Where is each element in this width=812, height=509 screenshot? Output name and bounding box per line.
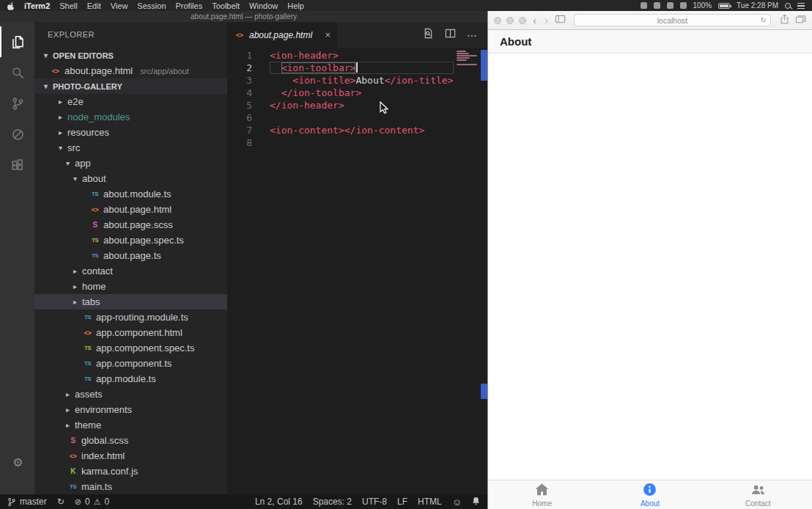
zoom-window-button[interactable] xyxy=(519,17,526,24)
code-line[interactable] xyxy=(270,111,487,124)
settings-gear-icon[interactable]: ⚙ xyxy=(0,447,34,478)
menubar-menu-window[interactable]: Window xyxy=(249,1,278,10)
tree-item-app[interactable]: ▾app xyxy=(34,155,227,171)
tree-item-app.component.spec.ts[interactable]: TSapp.component.spec.ts xyxy=(34,340,227,356)
apple-menu-icon[interactable] xyxy=(7,1,15,10)
tree-item-about[interactable]: ▾about xyxy=(34,171,227,186)
menubar-menu-edit[interactable]: Edit xyxy=(87,1,101,10)
back-button[interactable]: ‹ xyxy=(531,15,538,26)
language-mode[interactable]: HTML xyxy=(418,497,442,507)
menubar-menu-view[interactable]: View xyxy=(111,1,128,10)
code-line[interactable] xyxy=(270,136,487,149)
tab-about[interactable]: About xyxy=(596,480,704,509)
tree-item-main.ts[interactable]: TSmain.ts xyxy=(34,479,227,494)
source-control-icon[interactable] xyxy=(0,88,34,119)
tree-item-global.scss[interactable]: Sglobal.scss xyxy=(34,433,227,448)
tab-contact[interactable]: Contact xyxy=(704,480,812,509)
tree-item-app.component.html[interactable]: <>app.component.html xyxy=(34,325,227,340)
minimize-window-button[interactable] xyxy=(506,17,514,24)
feedback-smiley-icon[interactable]: ☺ xyxy=(452,497,462,508)
code-line[interactable]: <ion-title>About</ion-title> xyxy=(270,74,487,87)
vscode-titlebar[interactable]: about.page.html — photo-gallery xyxy=(0,11,487,22)
git-branch-indicator[interactable]: master xyxy=(7,497,47,507)
code-line[interactable]: <ion-header> xyxy=(270,49,487,62)
sidebar-toggle-icon[interactable] xyxy=(555,14,566,27)
extensions-icon[interactable] xyxy=(0,150,34,180)
search-icon[interactable] xyxy=(0,57,34,88)
code-editor[interactable]: 12345678 <ion-header> <ion-toolbar> <ion… xyxy=(227,48,487,494)
problems-indicator[interactable]: ⊘ 0 ⚠ 0 xyxy=(75,497,109,507)
status-icon-1[interactable] xyxy=(641,2,647,9)
html-tag-token: <ion-toolbar> xyxy=(281,62,356,73)
tree-item-node_modules[interactable]: ▸node_modules xyxy=(34,109,227,125)
tree-item-app-routing.module.ts[interactable]: TSapp-routing.module.ts xyxy=(34,310,227,325)
tab-about-page-html[interactable]: <> about.page.html × xyxy=(227,22,337,48)
folder-section-header[interactable]: ▾ PHOTO-GALLERY xyxy=(34,78,227,94)
tree-item-about.page.ts[interactable]: TSabout.page.ts xyxy=(34,248,227,263)
tab-overview-icon[interactable] xyxy=(795,14,806,27)
tree-item-assets[interactable]: ▸assets xyxy=(34,387,227,402)
reload-icon[interactable]: ↻ xyxy=(761,16,767,24)
indentation-setting[interactable]: Spaces: 2 xyxy=(313,497,352,507)
tree-item-home[interactable]: ▸home xyxy=(34,279,227,294)
tree-item-src[interactable]: ▾src xyxy=(34,140,227,155)
tree-item-resources[interactable]: ▸resources xyxy=(34,125,227,140)
tree-item-about.page.scss[interactable]: Sabout.page.scss xyxy=(34,217,227,232)
notification-center-icon[interactable] xyxy=(797,3,805,9)
menubar-menu-profiles[interactable]: Profiles xyxy=(176,1,203,10)
close-tab-icon[interactable]: × xyxy=(325,29,331,40)
code-line[interactable]: </ion-toolbar> xyxy=(270,87,487,99)
html-tag-token: <ion-title> xyxy=(292,75,355,86)
debug-icon[interactable] xyxy=(0,119,34,150)
status-icon-3[interactable] xyxy=(667,2,673,9)
status-icon-2[interactable] xyxy=(654,2,660,9)
code-line[interactable]: <ion-toolbar> xyxy=(270,62,454,74)
tree-item-about.module.ts[interactable]: TSabout.module.ts xyxy=(34,186,227,202)
tree-item-e2e[interactable]: ▸e2e xyxy=(34,94,227,109)
open-editor-file: about.page.html xyxy=(64,65,133,76)
encoding-setting[interactable]: UTF-8 xyxy=(362,497,387,507)
cursor-position[interactable]: Ln 2, Col 16 xyxy=(255,497,303,507)
close-window-button[interactable] xyxy=(494,17,501,24)
tab-home[interactable]: Home xyxy=(488,480,596,509)
share-icon[interactable] xyxy=(779,14,790,27)
menubar-menu-toolbelt[interactable]: Toolbelt xyxy=(212,1,240,10)
chevron-right-icon: ▸ xyxy=(64,390,72,398)
line-number: 4 xyxy=(227,87,252,99)
tree-item-app.module.ts[interactable]: TSapp.module.ts xyxy=(34,371,227,387)
menubar-menu-shell[interactable]: Shell xyxy=(59,1,77,10)
tree-item-theme[interactable]: ▸theme xyxy=(34,417,227,433)
menubar-menu-session[interactable]: Session xyxy=(137,1,166,10)
tree-item-karma.conf.js[interactable]: Kkarma.conf.js xyxy=(34,464,227,479)
code-line[interactable]: <ion-content></ion-content> xyxy=(270,124,487,136)
explorer-icon[interactable] xyxy=(0,26,34,57)
eol-setting[interactable]: LF xyxy=(397,497,407,507)
sync-button[interactable]: ↻ xyxy=(57,497,64,507)
code-lines[interactable]: <ion-header> <ion-toolbar> <ion-title>Ab… xyxy=(262,49,487,494)
more-actions-icon[interactable]: ⋯ xyxy=(467,29,478,41)
menubar-menu-help[interactable]: Help xyxy=(287,1,304,10)
menubar-clock[interactable]: Tue 2:28 PM xyxy=(737,1,778,10)
split-editor-icon[interactable] xyxy=(445,28,456,42)
tree-item-contact[interactable]: ▸contact xyxy=(34,263,227,279)
minimap[interactable] xyxy=(457,51,479,68)
open-editors-header[interactable]: ▾ OPEN EDITORS xyxy=(34,48,227,63)
tree-item-tabs[interactable]: ▸tabs xyxy=(34,294,227,310)
open-editor-item[interactable]: <> about.page.html src/app/about xyxy=(34,63,227,78)
tree-item-about.page.html[interactable]: <>about.page.html xyxy=(34,202,227,217)
spotlight-icon[interactable] xyxy=(785,3,791,9)
address-bar[interactable]: localhost ↻ xyxy=(574,14,771,26)
tree-item-about.page.spec.ts[interactable]: TSabout.page.spec.ts xyxy=(34,232,227,248)
forward-button[interactable]: › xyxy=(543,15,550,26)
tree-item-environments[interactable]: ▸environments xyxy=(34,402,227,417)
tree-item-app.component.ts[interactable]: TSapp.component.ts xyxy=(34,356,227,371)
ion-header: About xyxy=(488,30,812,54)
file-label: karma.conf.js xyxy=(81,466,138,477)
code-line[interactable]: </ion-header> xyxy=(270,99,487,111)
status-icon-4[interactable] xyxy=(680,2,687,9)
tree-item-index.html[interactable]: <>index.html xyxy=(34,448,227,464)
open-changes-icon[interactable] xyxy=(423,28,434,42)
notifications-bell-icon[interactable] xyxy=(472,497,480,508)
chevron-right-icon: ▸ xyxy=(64,421,72,429)
menubar-app-name[interactable]: iTerm2 xyxy=(24,1,50,10)
